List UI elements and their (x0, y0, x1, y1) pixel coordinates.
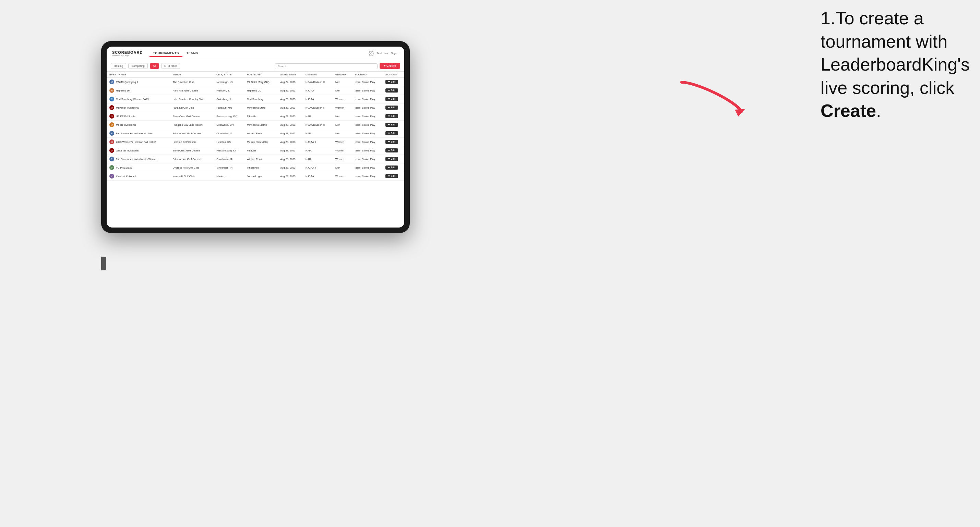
cell-city-state-11: Marion, IL (214, 172, 244, 181)
cell-event-name-6: F Fall Statesmen Invitational - Men (107, 129, 170, 138)
edit-button-5[interactable]: ✏ Edit (385, 123, 398, 127)
cell-division-4: NAIA (303, 112, 332, 121)
filter-icon: ⊟ (164, 64, 167, 68)
team-logo-6: F (110, 131, 114, 136)
cell-event-name-8: U upike fall invitational (107, 146, 170, 155)
cell-start-date-7: Aug 28, 2023 (277, 138, 303, 146)
cell-venue-8: StoneCrest Golf Course (170, 146, 214, 155)
cell-event-name-3: M Maverick Invitational (107, 103, 170, 112)
cell-division-8: NAIA (303, 146, 332, 155)
nav-tab-tournaments[interactable]: TOURNAMENTS (150, 50, 182, 57)
cell-venue-5: Ruttger's Bay Lake Resort (170, 121, 214, 129)
create-button[interactable]: + Create (380, 63, 400, 69)
cell-actions-7: ✏ Edit (383, 138, 404, 146)
cell-division-9: NAIA (303, 155, 332, 163)
header-right: Test User Sign... (369, 51, 399, 56)
edit-button-3[interactable]: ✏ Edit (385, 106, 398, 110)
cell-start-date-11: Aug 28, 2023 (277, 172, 303, 181)
table-container: EVENT NAME VENUE CITY, STATE HOSTED BY S… (107, 71, 404, 227)
cell-start-date-4: Aug 28, 2023 (277, 112, 303, 121)
svg-marker-0 (735, 109, 745, 116)
edit-button-2[interactable]: ✏ Edit (385, 97, 398, 101)
settings-icon[interactable] (369, 51, 374, 56)
sign-out-btn[interactable]: Sign... (391, 52, 399, 55)
cell-scoring-6: team, Stroke Play (352, 129, 383, 138)
col-venue: VENUE (170, 71, 214, 78)
table-row: F Fall Statesmen Invitational - Men Edmu… (107, 129, 404, 138)
col-city-state: CITY, STATE (214, 71, 244, 78)
edit-button-9[interactable]: ✏ Edit (385, 157, 398, 161)
cell-scoring-3: team, Stroke Play (352, 103, 383, 112)
cell-actions-6: ✏ Edit (383, 129, 404, 138)
cell-actions-11: ✏ Edit (383, 172, 404, 181)
all-filter-btn[interactable]: All (150, 63, 159, 69)
table-row: M Morris Invitational Ruttger's Bay Lake… (107, 121, 404, 129)
app-logo: SCOREBOARD (112, 50, 143, 54)
cell-actions-0: ✏ Edit (383, 78, 404, 86)
cell-division-5: NCAA Division III (303, 121, 332, 129)
cell-gender-4: Men (332, 112, 352, 121)
cell-division-0: NCAA Division III (303, 78, 332, 86)
cell-gender-10: Men (332, 163, 352, 172)
competing-filter-btn[interactable]: Competing (128, 63, 148, 69)
cell-hosted-by-5: Minnesota-Morris (244, 121, 277, 129)
team-logo-4: U (110, 114, 114, 119)
col-scoring: SCORING (352, 71, 383, 78)
cell-venue-3: Faribault Golf Club (170, 103, 214, 112)
team-logo-11: K (110, 174, 114, 179)
team-logo-5: M (110, 122, 114, 127)
search-input[interactable] (275, 63, 377, 69)
cell-actions-5: ✏ Edit (383, 121, 404, 129)
cell-city-state-7: Hesston, KS (214, 138, 244, 146)
team-logo-2: C (110, 97, 114, 102)
cell-hosted-by-4: Pikeville (244, 112, 277, 121)
edit-button-8[interactable]: ✏ Edit (385, 148, 398, 152)
cell-division-2: NJCAA I (303, 95, 332, 103)
nav-tab-teams[interactable]: TEAMS (183, 50, 202, 57)
edit-button-4[interactable]: ✏ Edit (385, 114, 398, 118)
edit-button-10[interactable]: ✏ Edit (385, 165, 398, 170)
cell-gender-9: Women (332, 155, 352, 163)
cell-scoring-7: team, Stroke Play (352, 138, 383, 146)
edit-button-7[interactable]: ✏ Edit (385, 140, 398, 144)
cell-event-name-1: H Highland 36 (107, 86, 170, 95)
cell-city-state-4: Prestonsburg, KY (214, 112, 244, 121)
cell-event-name-10: V VU PREVIEW (107, 163, 170, 172)
cell-event-name-2: C Carl Sandburg Women FA23 (107, 95, 170, 103)
cell-hosted-by-3: Minnesota State (244, 103, 277, 112)
cell-scoring-0: team, Stroke Play (352, 78, 383, 86)
cell-event-name-7: W 2023 Women's Hesston Fall Kickoff (107, 138, 170, 146)
cell-start-date-10: Aug 28, 2023 (277, 163, 303, 172)
cell-gender-1: Men (332, 86, 352, 95)
cell-city-state-6: Oskaloosa, IA (214, 129, 244, 138)
edit-button-6[interactable]: ✏ Edit (385, 131, 398, 135)
cell-event-name-9: F Fall Statesmen Invitational - Women (107, 155, 170, 163)
cell-hosted-by-0: Mt. Saint Mary (NY) (244, 78, 277, 86)
cell-event-name-5: M Morris Invitational (107, 121, 170, 129)
cell-start-date-8: Aug 28, 2023 (277, 146, 303, 155)
cell-city-state-5: Deerwood, MN (214, 121, 244, 129)
edit-button-0[interactable]: ✏ Edit (385, 80, 398, 84)
cell-start-date-1: Aug 25, 2023 (277, 86, 303, 95)
hosting-filter-btn[interactable]: Hosting (111, 63, 126, 69)
col-gender: GENDER (332, 71, 352, 78)
cell-hosted-by-10: Vincennes (244, 163, 277, 172)
cell-hosted-by-6: William Penn (244, 129, 277, 138)
table-row: W 2023 Women's Hesston Fall Kickoff Hess… (107, 138, 404, 146)
col-division: DIVISION (303, 71, 332, 78)
cell-city-state-9: Oskaloosa, IA (214, 155, 244, 163)
table-row: C Carl Sandburg Women FA23 Lake Bracken … (107, 95, 404, 103)
cell-city-state-0: Newburgh, NY (214, 78, 244, 86)
cell-scoring-5: team, Stroke Play (352, 121, 383, 129)
table-row: F Fall Statesmen Invitational - Women Ed… (107, 155, 404, 163)
edit-button-1[interactable]: ✏ Edit (385, 89, 398, 92)
edit-button-11[interactable]: ✏ Edit (385, 174, 398, 178)
tablet-screen: SCOREBOARD Powered by Clippit TOURNAMENT… (107, 47, 404, 227)
cell-division-11: NJCAA I (303, 172, 332, 181)
table-row: K Klash at Kokopelli Kokopelli Golf Club… (107, 172, 404, 181)
cell-actions-1: ✏ Edit (383, 86, 404, 95)
filter-icon-btn[interactable]: ⊟ ⊟ Filter (161, 63, 180, 69)
logo-subtitle: Powered by Clippit (112, 54, 143, 57)
cell-scoring-8: team, Stroke Play (352, 146, 383, 155)
cell-hosted-by-9: William Penn (244, 155, 277, 163)
